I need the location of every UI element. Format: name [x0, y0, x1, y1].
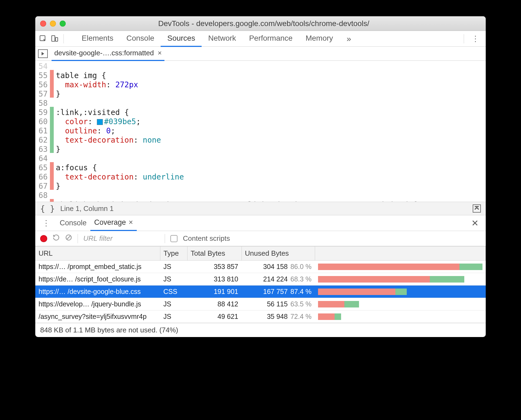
- table-header-row: URLTypeTotal BytesUnused Bytes: [35, 246, 486, 261]
- unused-bytes-cell: 35 94872.4 %: [242, 310, 315, 323]
- code-editor[interactable]: 545556575859606162636465666768 table img…: [35, 61, 486, 202]
- panel-tabs: ElementsConsoleSourcesNetworkPerformance…: [75, 31, 339, 47]
- line-gutter: 545556575859606162636465666768: [35, 61, 50, 202]
- device-toolbar-icon[interactable]: [50, 34, 59, 43]
- content-scripts-label: Content scripts: [183, 234, 230, 243]
- svg-rect-2: [56, 37, 58, 41]
- settings-kebab-icon[interactable]: ⋮: [468, 34, 482, 43]
- table-row[interactable]: /async_survey?site=ylj5ifxusvvmr4pJS49 6…: [35, 310, 486, 323]
- unused-bytes-cell: 214 22468.3 %: [242, 273, 315, 286]
- coverage-table: URLTypeTotal BytesUnused Bytes https://……: [35, 246, 486, 323]
- drawer-header: ⋮ ConsoleCoverage × ✕: [35, 215, 486, 231]
- type-cell: CSS: [160, 286, 187, 298]
- record-button[interactable]: [40, 235, 47, 242]
- drawer-tab-coverage[interactable]: Coverage ×: [90, 215, 137, 231]
- toolbar-divider: [63, 34, 64, 43]
- type-cell: JS: [160, 310, 187, 323]
- close-window-button[interactable]: [40, 21, 46, 27]
- file-tab-label: devsite-google-….css:formatted: [54, 49, 154, 57]
- sources-file-tabs: devsite-google-….css:formatted ×: [35, 47, 486, 61]
- main-toolbar: ElementsConsoleSourcesNetworkPerformance…: [35, 31, 486, 47]
- url-cell: https://… /devsite-google-blue.css: [35, 286, 160, 298]
- usage-bar-cell: [315, 298, 486, 310]
- window-title: DevTools - developers.google.com/web/too…: [47, 19, 481, 28]
- unused-bytes-cell: 167 75787.4 %: [242, 286, 315, 298]
- toolbar-divider: [464, 34, 464, 43]
- coverage-toolbar: URL filter Content scripts: [35, 231, 486, 246]
- url-cell: https://de… /script_foot_closure.js: [35, 273, 160, 286]
- column-header[interactable]: Type: [160, 246, 187, 261]
- usage-bar-cell: [315, 286, 486, 298]
- total-bytes-cell: 353 857: [187, 261, 242, 273]
- content-scripts-checkbox[interactable]: [170, 235, 177, 242]
- column-header[interactable]: Total Bytes: [187, 246, 242, 261]
- code-status-bar: { } Line 1, Column 1: [35, 202, 486, 215]
- table-row[interactable]: https://… /prompt_embed_static.jsJS353 8…: [35, 261, 486, 273]
- column-header[interactable]: Unused Bytes: [242, 246, 315, 261]
- titlebar: DevTools - developers.google.com/web/too…: [35, 16, 486, 31]
- column-header[interactable]: [315, 246, 486, 261]
- usage-bar-cell: [315, 310, 486, 323]
- drawer-kebab-icon[interactable]: ⋮: [39, 219, 53, 227]
- code-content[interactable]: table img { max-width: 272px} :link,:vis…: [54, 61, 417, 202]
- column-header[interactable]: URL: [35, 246, 160, 261]
- reload-icon[interactable]: [53, 234, 60, 243]
- coverage-strip: [50, 61, 54, 202]
- svg-rect-1: [52, 36, 55, 41]
- type-cell: JS: [160, 273, 187, 286]
- type-cell: JS: [160, 298, 187, 310]
- usage-bar-cell: [315, 273, 486, 286]
- svg-line-5: [67, 236, 71, 239]
- tab-performance[interactable]: Performance: [243, 31, 299, 47]
- file-tab[interactable]: devsite-google-….css:formatted ×: [52, 46, 164, 61]
- clear-icon[interactable]: [65, 234, 72, 243]
- total-bytes-cell: 191 901: [187, 286, 242, 298]
- total-bytes-cell: 88 412: [187, 298, 242, 310]
- type-cell: JS: [160, 261, 187, 273]
- tab-sources[interactable]: Sources: [161, 31, 202, 47]
- cursor-position: Line 1, Column 1: [60, 204, 114, 213]
- table-row[interactable]: https://de… /script_foot_closure.jsJS313…: [35, 273, 486, 286]
- coverage-summary: 848 KB of 1.1 MB bytes are not used. (74…: [35, 323, 486, 337]
- pretty-print-icon[interactable]: { }: [40, 204, 55, 213]
- total-bytes-cell: 313 810: [187, 273, 242, 286]
- drawer-tabs: ConsoleCoverage ×: [56, 215, 137, 231]
- url-cell: https://develop… /jquery-bundle.js: [35, 298, 160, 310]
- url-cell: https://… /prompt_embed_static.js: [35, 261, 160, 273]
- toolbar-divider: [165, 234, 165, 243]
- table-row[interactable]: https://… /devsite-google-blue.cssCSS191…: [35, 286, 486, 298]
- tab-console[interactable]: Console: [120, 31, 161, 47]
- navigator-toggle-icon[interactable]: [38, 49, 48, 58]
- toggle-drawer-icon[interactable]: [473, 204, 481, 213]
- tab-network[interactable]: Network: [202, 31, 243, 47]
- usage-bar-cell: [315, 261, 486, 273]
- close-tab-icon[interactable]: ×: [158, 49, 162, 57]
- table-row[interactable]: https://develop… /jquery-bundle.jsJS88 4…: [35, 298, 486, 310]
- unused-bytes-cell: 56 11563.5 %: [242, 298, 315, 310]
- drawer-tab-console[interactable]: Console: [56, 215, 90, 231]
- toolbar-divider: [78, 234, 78, 243]
- tab-elements[interactable]: Elements: [75, 31, 120, 47]
- devtools-window: DevTools - developers.google.com/web/too…: [35, 16, 486, 337]
- inspect-element-icon[interactable]: [39, 34, 48, 43]
- url-filter-input[interactable]: URL filter: [83, 234, 159, 243]
- tab-memory[interactable]: Memory: [299, 31, 339, 47]
- url-cell: /async_survey?site=ylj5ifxusvvmr4p: [35, 310, 160, 323]
- close-drawer-icon[interactable]: ✕: [468, 218, 482, 228]
- more-tabs-chevron-icon[interactable]: »: [342, 34, 356, 43]
- unused-bytes-cell: 304 15886.0 %: [242, 261, 315, 273]
- total-bytes-cell: 49 621: [187, 310, 242, 323]
